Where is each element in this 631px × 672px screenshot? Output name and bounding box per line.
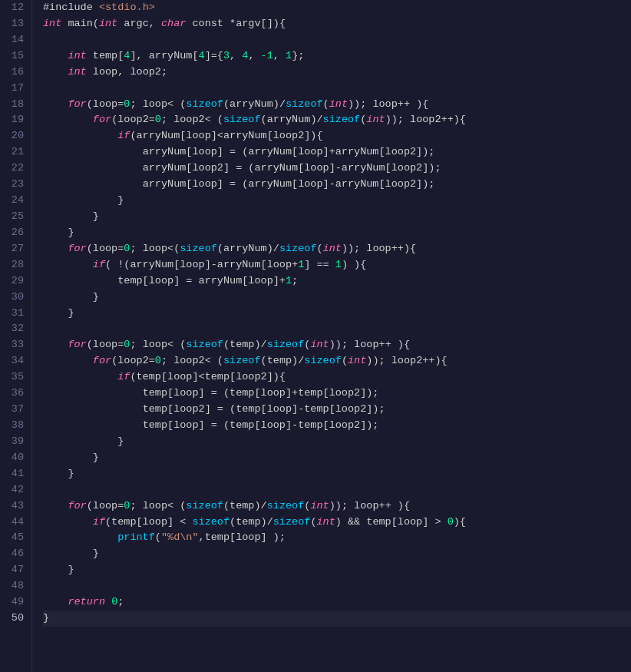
ln-48: 48 <box>6 578 24 594</box>
code-line-32 <box>43 321 631 337</box>
code-editor: 12 13 14 15 16 17 18 19 20 21 22 23 24 2… <box>0 0 631 672</box>
code-line-24: } <box>43 193 631 209</box>
ln-17: 17 <box>6 81 24 97</box>
ln-42: 42 <box>6 482 24 498</box>
code-lines[interactable]: #include <stdio.h> int main(int argc, ch… <box>32 0 631 672</box>
code-line-21: arryNum[loop] = (arryNum[loop]+arryNum[l… <box>43 144 631 161</box>
code-line-41: } <box>43 466 631 482</box>
code-line-48 <box>43 578 631 594</box>
code-line-15: int temp[4], arryNum[4]={3, 4, -1, 1}; <box>43 48 631 65</box>
ln-31: 31 <box>6 306 24 322</box>
ln-13: 13 <box>6 16 24 32</box>
ln-22: 22 <box>6 161 24 177</box>
ln-40: 40 <box>6 450 24 466</box>
ln-36: 36 <box>6 386 24 402</box>
ln-28: 28 <box>6 257 24 273</box>
code-line-36: temp[loop] = (temp[loop]+temp[loop2]); <box>43 386 631 402</box>
code-line-50: } <box>43 611 631 627</box>
code-line-38: temp[loop] = (temp[loop]-temp[loop2]); <box>43 418 631 434</box>
code-line-33: for(loop=0; loop< (sizeof(temp)/sizeof(i… <box>43 337 631 353</box>
code-line-43: for(loop=0; loop< (sizeof(temp)/sizeof(i… <box>43 498 631 515</box>
ln-20: 20 <box>6 128 24 144</box>
code-line-29: temp[loop] = arryNum[loop]+1; <box>43 273 631 290</box>
ln-39: 39 <box>6 434 24 450</box>
code-line-39: } <box>43 434 631 450</box>
ln-34: 34 <box>6 353 24 369</box>
ln-32: 32 <box>6 321 24 337</box>
code-line-14 <box>43 32 631 48</box>
code-line-13: int main(int argc, char const *argv[]){ <box>43 16 631 32</box>
code-line-42 <box>43 482 631 498</box>
ln-44: 44 <box>6 515 24 531</box>
code-line-35: if(temp[loop]<temp[loop2]){ <box>43 369 631 386</box>
line-numbers: 12 13 14 15 16 17 18 19 20 21 22 23 24 2… <box>0 0 32 672</box>
code-line-45: printf("%d\n",temp[loop] ); <box>43 530 631 546</box>
code-line-47: } <box>43 562 631 578</box>
code-line-18: for(loop=0; loop< (sizeof(arryNum)/sizeo… <box>43 97 631 113</box>
ln-37: 37 <box>6 402 24 418</box>
ln-14: 14 <box>6 32 24 48</box>
code-line-44: if(temp[loop] < sizeof(temp)/sizeof(int)… <box>43 515 631 531</box>
ln-29: 29 <box>6 273 24 290</box>
ln-21: 21 <box>6 144 24 161</box>
code-line-31: } <box>43 306 631 322</box>
code-line-28: if( !(arryNum[loop]-arryNum[loop+1] == 1… <box>43 257 631 273</box>
ln-45: 45 <box>6 530 24 546</box>
code-line-16: int loop, loop2; <box>43 65 631 81</box>
ln-24: 24 <box>6 193 24 209</box>
code-line-23: arryNum[loop] = (arryNum[loop]-arryNum[l… <box>43 177 631 193</box>
code-line-37: temp[loop2] = (temp[loop]-temp[loop2]); <box>43 402 631 418</box>
code-line-30: } <box>43 290 631 306</box>
code-line-40: } <box>43 450 631 466</box>
ln-47: 47 <box>6 562 24 578</box>
code-line-26: } <box>43 225 631 241</box>
ln-43: 43 <box>6 498 24 515</box>
ln-35: 35 <box>6 369 24 386</box>
ln-19: 19 <box>6 112 24 128</box>
ln-49: 49 <box>6 594 24 611</box>
ln-33: 33 <box>6 337 24 353</box>
code-line-25: } <box>43 209 631 225</box>
code-line-19: for(loop2=0; loop2< (sizeof(arryNum)/siz… <box>43 112 631 128</box>
code-line-20: if(arryNum[loop]<arryNum[loop2]){ <box>43 128 631 144</box>
ln-30: 30 <box>6 290 24 306</box>
ln-18: 18 <box>6 97 24 113</box>
ln-50: 50 <box>6 611 24 627</box>
ln-38: 38 <box>6 418 24 434</box>
code-line-34: for(loop2=0; loop2< (sizeof(temp)/sizeof… <box>43 353 631 369</box>
ln-15: 15 <box>6 48 24 65</box>
code-line-12: #include <stdio.h> <box>43 0 631 16</box>
ln-12: 12 <box>6 0 24 16</box>
code-line-22: arryNum[loop2] = (arryNum[loop]-arryNum[… <box>43 161 631 177</box>
ln-46: 46 <box>6 546 24 562</box>
ln-26: 26 <box>6 225 24 241</box>
code-line-46: } <box>43 546 631 562</box>
code-line-49: return 0; <box>43 594 631 611</box>
code-line-17 <box>43 81 631 97</box>
ln-25: 25 <box>6 209 24 225</box>
ln-23: 23 <box>6 177 24 193</box>
ln-41: 41 <box>6 466 24 482</box>
code-line-27: for(loop=0; loop<(sizeof(arryNum)/sizeof… <box>43 241 631 257</box>
ln-27: 27 <box>6 241 24 257</box>
ln-16: 16 <box>6 65 24 81</box>
